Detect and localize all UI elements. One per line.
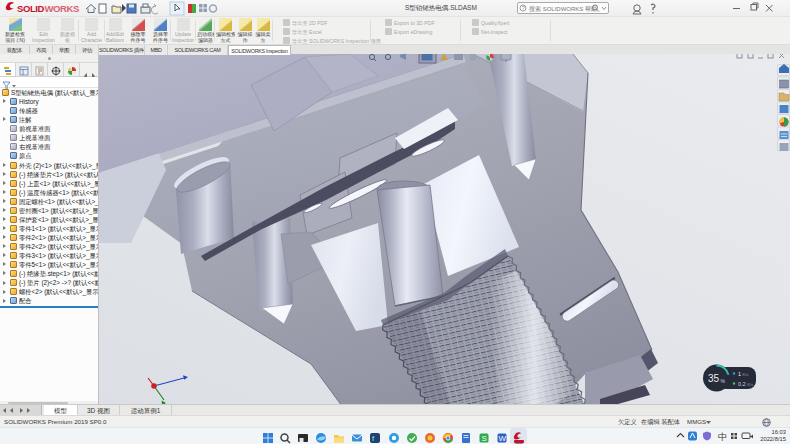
svg-text:S: S <box>482 434 487 443</box>
svg-text:?: ? <box>522 5 525 11</box>
svg-text:中: 中 <box>718 432 727 442</box>
svg-text:1 K/s: 1 K/s <box>738 371 748 377</box>
svg-text:35: 35 <box>708 373 720 384</box>
svg-text:W: W <box>499 434 507 443</box>
svg-text:WORKS: WORKS <box>45 3 79 14</box>
svg-text:SOLID: SOLID <box>17 3 45 14</box>
svg-text:%: % <box>721 378 726 384</box>
svg-text:搜索 SOLIDWORKS 帮助: 搜索 SOLIDWORKS 帮助 <box>529 5 597 13</box>
svg-text:0.2 K/s: 0.2 K/s <box>738 381 753 387</box>
